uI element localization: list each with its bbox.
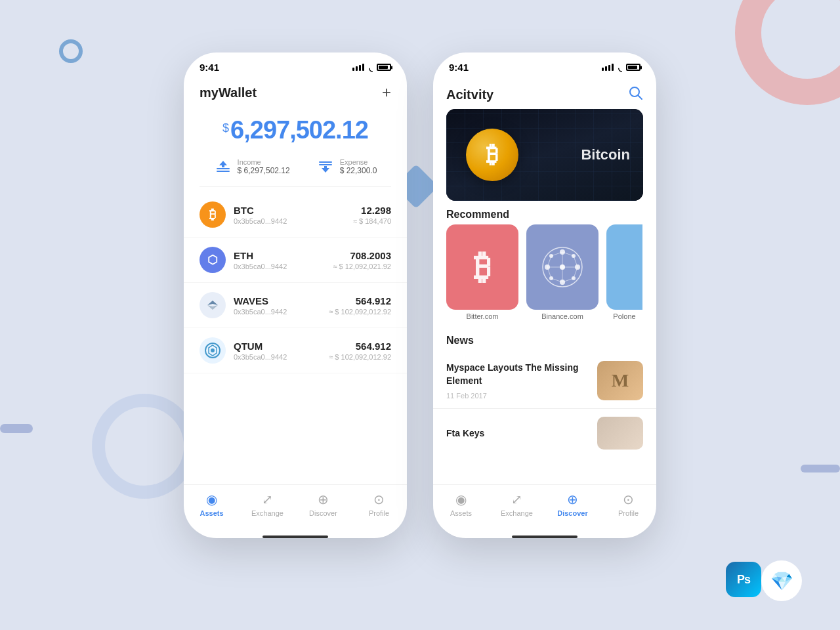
eth-amount: 708.2003 — [333, 250, 391, 261]
balance-value: 6,297,502.12 — [230, 116, 368, 144]
svg-rect-2 — [319, 161, 332, 163]
nav-exchange-2[interactable]: ⤢ Exchange — [489, 492, 545, 517]
status-bar-activity: 9:41 ◟ — [433, 52, 656, 78]
nav-exchange[interactable]: ⤢ Exchange — [240, 492, 295, 517]
expense-info: Expense $ 22,300.0 — [340, 158, 377, 175]
battery-fill — [379, 66, 388, 69]
crypto-list: ₿ BTC 0x3b5ca0...9442 12.298 ≈ $ 184,470… — [184, 187, 407, 484]
qtum-info: QTUM 0x3b5ca0...9442 — [234, 341, 321, 361]
status-time-wallet: 9:41 — [200, 62, 219, 73]
news-item-2[interactable]: Fta Keys — [433, 409, 656, 457]
balance-amount: $ 6,297,502.12 — [200, 116, 391, 144]
nav-profile[interactable]: ⊙ Profile — [351, 492, 407, 517]
profile-icon: ⊙ — [373, 492, 385, 507]
crypto-item-waves[interactable]: WAVES 0x3b5ca0...9442 564.912 ≈ $ 102,09… — [184, 283, 407, 328]
waves-info: WAVES 0x3b5ca0...9442 — [234, 295, 321, 316]
exchange-icon: ⤢ — [262, 492, 273, 507]
news-thumbnail-1: M — [597, 361, 643, 400]
profile-icon-2: ⊙ — [623, 492, 634, 507]
waves-icon — [200, 292, 226, 318]
nav-discover-label: Discover — [309, 509, 337, 517]
qtum-icon — [200, 337, 226, 364]
banner-bitcoin-text: Bitcoin — [581, 146, 630, 163]
wallet-title: myWallet — [200, 85, 257, 100]
nav-assets-2[interactable]: ◉ Assets — [433, 492, 489, 517]
svg-rect-0 — [217, 168, 230, 169]
crypto-item-btc[interactable]: ₿ BTC 0x3b5ca0...9442 12.298 ≈ $ 184,470 — [184, 192, 407, 238]
nav-profile-2[interactable]: ⊙ Profile — [600, 492, 656, 517]
status-bar-wallet: 9:41 ◟ — [184, 52, 407, 78]
battery-icon — [377, 64, 391, 71]
svg-line-7 — [213, 345, 217, 348]
income-icon — [215, 159, 231, 175]
recommend-card-binance[interactable] — [526, 224, 598, 310]
recommend-card-polone[interactable] — [606, 224, 642, 310]
activity-title: Acitvity — [446, 87, 494, 102]
waves-amount: 564.912 — [329, 295, 391, 306]
battery-fill-2 — [628, 66, 637, 69]
bitter-label: Bitter.com — [467, 312, 499, 320]
news-section: Myspace Layouts The Missing Element 11 F… — [433, 350, 656, 484]
svg-rect-3 — [319, 164, 332, 165]
nav-profile-label: Profile — [369, 509, 389, 517]
discover-icon: ⊕ — [318, 492, 329, 507]
qtum-usd: ≈ $ 102,092,012.92 — [329, 353, 391, 361]
recommend-polone-wrapper: Polone — [606, 224, 642, 320]
bg-decoration-circle-large — [92, 394, 197, 499]
recommend-bitcoin-wrapper: ₿ Bitter.com — [446, 224, 518, 320]
eth-usd: ≈ $ 12,092,021.92 — [333, 262, 391, 270]
add-button[interactable]: + — [382, 85, 391, 100]
btc-amount: 12.298 — [353, 205, 391, 216]
eth-values: 708.2003 ≈ $ 12,092,021.92 — [333, 250, 391, 270]
balance-dollar-sign: $ — [222, 121, 229, 135]
nav-discover-2[interactable]: ⊕ Discover — [545, 492, 600, 517]
crypto-item-eth[interactable]: ⬡ ETH 0x3b5ca0...9442 708.2003 ≈ $ 12,09… — [184, 238, 407, 283]
status-icons-wallet: ◟ — [352, 62, 391, 73]
signal-bar-1 — [352, 68, 354, 71]
activity-banner[interactable]: ₿ Bitcoin — [446, 109, 643, 201]
signal-bar-4 — [362, 64, 364, 71]
nav-assets[interactable]: ◉ Assets — [184, 492, 240, 517]
wifi-icon-2: ◟ — [618, 62, 621, 73]
status-icons-activity: ◟ — [602, 62, 640, 73]
income-value: $ 6,297,502.12 — [238, 166, 290, 175]
news-date-1: 11 Feb 2017 — [446, 392, 589, 400]
bg-decoration-rect-left — [0, 424, 33, 433]
battery-icon-2 — [626, 64, 640, 71]
assets-icon-2: ◉ — [455, 492, 467, 507]
banner-bitcoin-coin: ₿ — [466, 129, 518, 181]
signal-bar-a4 — [612, 64, 614, 71]
qtum-address: 0x3b5ca0...9442 — [234, 353, 321, 361]
news-title-2: Fta Keys — [446, 428, 589, 438]
nav-discover[interactable]: ⊕ Discover — [295, 492, 351, 517]
btc-info: BTC 0x3b5ca0...9442 — [234, 205, 345, 225]
discover-icon-2: ⊕ — [567, 492, 578, 507]
news-thumbnail-2 — [597, 417, 643, 450]
nav-exchange-label: Exchange — [251, 509, 284, 517]
btc-usd: ≈ $ 184,470 — [353, 217, 391, 225]
income-expense-row: Income $ 6,297,502.12 Expense $ 22,300.0 — [200, 151, 391, 187]
phones-wrapper: 9:41 ◟ myWallet + $ — [184, 52, 656, 538]
btc-name: BTC — [234, 205, 345, 216]
search-button[interactable] — [629, 86, 643, 104]
signal-bar-a3 — [608, 65, 610, 71]
crypto-item-qtum[interactable]: QTUM 0x3b5ca0...9442 564.912 ≈ $ 102,092… — [184, 328, 407, 373]
recommend-binance-wrapper: Binance.com — [526, 224, 598, 320]
search-icon — [629, 86, 643, 100]
activity-header: Acitvity — [433, 78, 656, 109]
bg-decoration-rect-right — [801, 465, 840, 472]
nav-home-indicator — [262, 536, 328, 538]
income-icon-wrap — [214, 158, 232, 176]
svg-line-10 — [639, 96, 642, 100]
qtum-name: QTUM — [234, 341, 321, 352]
eth-address: 0x3b5ca0...9442 — [234, 262, 325, 270]
news-item-1[interactable]: Myspace Layouts The Missing Element 11 F… — [433, 353, 656, 409]
signal-bar-a2 — [605, 66, 607, 71]
polone-label: Polone — [613, 312, 635, 320]
nav-assets-label-2: Assets — [450, 509, 472, 517]
expense-icon-wrap — [316, 158, 335, 176]
eth-info: ETH 0x3b5ca0...9442 — [234, 250, 325, 270]
bg-decoration-arc-pink — [735, 0, 840, 105]
recommend-card-bitcoin[interactable]: ₿ — [446, 224, 518, 310]
nav-profile-label-2: Profile — [618, 509, 639, 517]
